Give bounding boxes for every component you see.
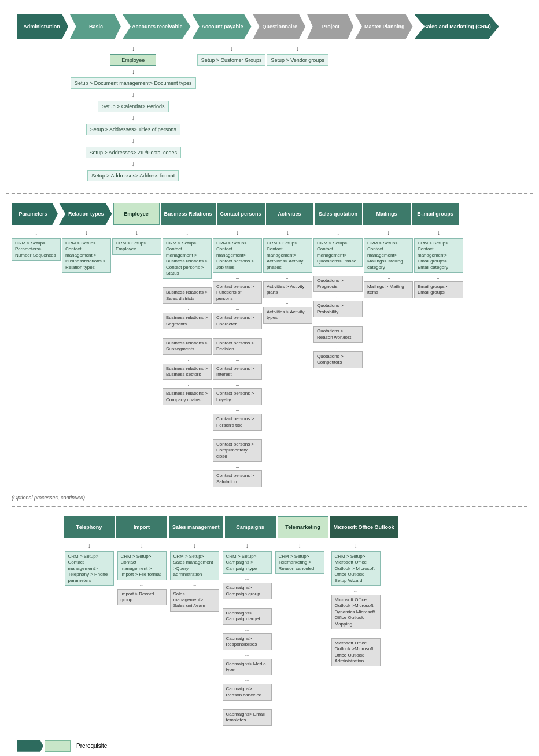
header-employee: Employee: [113, 203, 160, 225]
header-sales-quotation: Sales quotation: [315, 203, 362, 225]
s2-col6-item1: CRM > Setup> Contact management> Activit…: [263, 238, 312, 273]
s2-col6: ↓ CRM > Setup> Contact management> Activ…: [263, 228, 312, 487]
legend-prereq-label: Prerequisite: [76, 743, 107, 749]
s3-col4-item2: Capmaigns> Campaign group: [223, 583, 272, 599]
s2-col6-item3: Activities > Activity types: [263, 307, 312, 324]
s2-col5-item7: Contact persons > Person's title: [213, 414, 262, 431]
header-telephony: Telephony: [64, 516, 115, 538]
s2-col2: ↓ CRM > Setup> Contact management > Busi…: [62, 228, 111, 487]
s3-col4-item6: Capmaigns> Reason canceled: [223, 684, 272, 701]
box-zip: Setup > Addresses> ZIP/Postal codes: [86, 147, 182, 158]
s2-col6-item2: Activities > Activity plans: [263, 281, 312, 298]
legend-prereq-arrows: [17, 740, 71, 752]
s3-col6-item1: CRM > Setup> Microsoft Office Outlook > …: [331, 551, 381, 586]
s3-col4-item3: Capmaigns> Campaign target: [223, 608, 272, 625]
s2-col4: ↓ CRM > Setup> Contact management > Busi…: [163, 228, 212, 487]
legend-prerequisite: Prerequisite: [17, 740, 522, 752]
box-doc-types: Setup > Document management> Document ty…: [71, 77, 196, 89]
s2-col1-item1: CRM > Setup> Parameters> Number Sequence…: [12, 238, 61, 261]
arrow-down-3: ↓: [131, 91, 135, 99]
s2-col7-item5: Quotations > Competitors: [313, 351, 363, 368]
s3-col4-item1: CRM > Setup> Campaigns > Campaign type: [223, 551, 272, 574]
arrow-down-2: ↓: [131, 68, 135, 76]
s2-col5-item8: Contact persons > Complimentary close: [213, 439, 262, 462]
section3-header-row: Telephony Import Sales management Campai…: [64, 516, 527, 538]
s2-col9: ↓ CRM > Setup> Contact management> Email…: [414, 228, 463, 487]
dashed-sep-1: [6, 193, 533, 194]
s2-col8: ↓ CRM > Setup> Contact management> Maili…: [364, 228, 413, 487]
s3-col4-item4: Capmaigns> Responsibilties: [223, 633, 272, 650]
section1-col3: ↓ Setup > Customer Groups: [197, 45, 266, 181]
s3-col1-item1: CRM > Setup> Contact management> Telepho…: [65, 551, 114, 586]
section2-header-row: Parameters Relation types Employee Busin…: [12, 203, 527, 225]
s3-col2-item2: Import > Record group: [117, 589, 167, 606]
box-periods: Setup > Calendar> Periods: [98, 101, 169, 112]
legend-prereq-arrow1: [17, 740, 43, 752]
header-relation-types: Relation types: [59, 203, 112, 225]
section1-col4: ↓ Setup > Vendor groups: [267, 45, 328, 181]
s2-col4-item4: Business relations > Subsegments: [163, 338, 212, 355]
s2-col7-item2: Quotations > Prognosis: [313, 276, 363, 292]
s3-col4: ↓ CRM > Setup> Campaigns > Campaign type…: [221, 542, 272, 726]
section1-header-row: Administration Basic Accounts receivable…: [17, 12, 522, 42]
s3-col1: ↓ CRM > Setup> Contact management> Telep…: [64, 542, 115, 726]
s3-col6-item2: Microsoft Office Outlook >Microsoft Dyna…: [331, 595, 381, 629]
header-master-planning: Master Planning: [355, 14, 413, 39]
box-address-format: Setup > Addresses> Address format: [87, 170, 179, 181]
section3: Telephony Import Sales management Campai…: [6, 513, 533, 729]
header-basic: Basic: [70, 14, 121, 39]
section3-sep-area: (Optional processes, continued): [12, 495, 527, 507]
s2-col4-item1: CRM > Setup> Contact management > Busine…: [163, 238, 212, 279]
header-accounts-receivable: Accounts receivable: [123, 14, 191, 39]
s2-col3: ↓ CRM > Setup> Employee: [112, 228, 161, 487]
arrow-down-6: ↓: [131, 160, 135, 168]
header-parameters: Parameters: [12, 203, 58, 225]
s3-col4-item5: Capmaigns> Media type: [223, 659, 272, 676]
s2-col8-item2: Mailings > Mailing items: [364, 281, 413, 298]
s3-col4-item7: Capmaigns> Email templates: [223, 709, 272, 726]
header-import: Import: [116, 516, 167, 538]
s3-col2-item1: CRM > Setup> Contact management > Import…: [117, 551, 167, 580]
header-contact-persons: Contact persons: [217, 203, 265, 225]
header-sales-management: Sales management: [169, 516, 223, 538]
section1: Administration Basic Accounts receivable…: [6, 6, 533, 187]
s2-col7-item1: CRM > Setup> Contact management> Quotati…: [313, 238, 363, 267]
section1-flow: ↓ Employee ↓ Setup > Document management…: [17, 45, 522, 181]
section1-col1: [17, 45, 68, 181]
header-email-groups: E-,mail groups: [412, 203, 459, 225]
s2-col1: ↓ CRM > Setup> Parameters> Number Sequen…: [12, 228, 61, 487]
box-employee: Employee: [110, 54, 156, 66]
s2-col5-item1: CRM > Setup> Contact management> Contact…: [213, 238, 262, 273]
s2-col4-item2: Business relations > Sales districts: [163, 287, 212, 304]
s2-col7-item3: Quotations > Probability: [313, 301, 363, 317]
s2-col9-item2: Email groups> Email groups: [414, 281, 463, 298]
header-telemarketing: Telemarketing: [278, 516, 328, 538]
header-questionnaire: Questionnaire: [253, 14, 306, 39]
header-business-relations: Business Relations: [161, 203, 216, 225]
header-sales-marketing: Sales and Marketing (CRM): [415, 14, 499, 39]
s3-col6-item3: Microsoft Office Outlook >Microsoft Offi…: [331, 638, 381, 667]
section2-flow: ↓ CRM > Setup> Parameters> Number Sequen…: [12, 228, 527, 487]
s2-col3-item1: CRM > Setup> Employee: [112, 238, 161, 255]
arrow-down-1: ↓: [131, 45, 135, 53]
s3-col6: ↓ CRM > Setup> Microsoft Office Outlook …: [327, 542, 385, 726]
s2-col4-item3: Business relations > Segments: [163, 313, 212, 329]
s2-col8-item1: CRM > Setup> Contact management> Mailing…: [364, 238, 413, 273]
s2-col4-item5: Business relations > Business sectors: [163, 364, 212, 380]
section1-col2: ↓ Employee ↓ Setup > Document management…: [71, 45, 196, 181]
s2-col7-item4: Quotations > Reason won/lost: [313, 326, 363, 343]
s2-col5-item6: Contact persons > Loyalty: [213, 388, 262, 405]
s2-col4-item6: Business relations > Company chains: [163, 388, 212, 405]
page: Administration Basic Accounts receivable…: [0, 0, 539, 756]
arrow-down-7: ↓: [230, 45, 233, 53]
s3-col3-item2: Sales management> Sales unit/team: [170, 589, 219, 612]
section2: Parameters Relation types Employee Busin…: [6, 200, 533, 490]
dashed-sep-2: [12, 506, 527, 507]
legend-prereq-box: [45, 740, 71, 752]
header-administration: Administration: [17, 14, 68, 39]
s2-col5-item9: Contact persons > Salutation: [213, 470, 262, 487]
s2-col2-item1: CRM > Setup> Contact management > Busine…: [62, 238, 111, 273]
s3-col5: ↓ CRM > Setup> Telemarketing > Reason ca…: [274, 542, 325, 726]
arrow-down-5: ↓: [131, 137, 135, 145]
header-campaigns: Campaigns: [225, 516, 276, 538]
